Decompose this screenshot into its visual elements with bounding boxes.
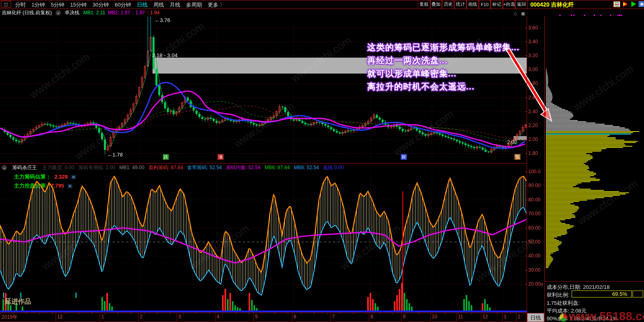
x-axis-separator (56, 313, 56, 322)
profit-ratio-label: 获利比例: (547, 291, 570, 299)
menu-item-4[interactable]: 30分钟 (90, 0, 112, 9)
profit-ratio-extra-box (633, 291, 643, 297)
chipinfo-separator (544, 281, 644, 282)
chip-zero-label: 0 (541, 282, 543, 287)
tool-menu-1[interactable]: 叠加 (430, 0, 442, 9)
tool-menu-2[interactable]: 历史 (442, 0, 454, 9)
x-axis-label: 6 (294, 314, 296, 320)
diamond-icon[interactable]: ◇ (514, 11, 517, 16)
price-axis-label: 2.80 (528, 80, 544, 86)
indicator-axis-label: 60.00 (528, 225, 544, 231)
period-select[interactable]: 日线 (527, 313, 544, 322)
last-price-annotation: 2.02 (507, 139, 517, 145)
price-axis-label: 2.40 (528, 109, 544, 114)
tool-menu-5[interactable]: F10 (479, 0, 491, 9)
window-icon[interactable]: ◫ (1, 1, 11, 8)
axis-tick (525, 112, 527, 112)
tool-menu-3[interactable]: 统计 (454, 0, 467, 9)
axis-tick (525, 139, 527, 140)
indicator-value: MB2: 1.97 (108, 10, 130, 16)
event-badge[interactable]: 预 (514, 154, 521, 160)
axis-tick (525, 125, 527, 126)
indicator-value: : 1.94 (147, 10, 159, 16)
cost-distribution-date: 成本分布,日期: 2021/02/18 (547, 284, 610, 291)
x-axis-separator (401, 313, 402, 322)
indicator-chart[interactable] (0, 163, 527, 313)
x-axis-separator (254, 313, 254, 322)
menu-item-5[interactable]: 60分钟 (112, 0, 134, 9)
chip-distribution-chart[interactable] (545, 16, 644, 281)
menu-item-0[interactable]: 分时 (12, 0, 29, 9)
level2-icon[interactable] (613, 1, 620, 7)
period-menu: 分时1分钟5分钟15分钟30分钟60分钟日线周线月线多周期更多 〉 (12, 0, 228, 9)
event-badge[interactable]: 涨 (218, 154, 224, 160)
x-axis-separator (369, 313, 369, 322)
indicator-value: MB1: 2.11 (83, 10, 105, 16)
profit-at-price-label: 1.75处获利盘: (547, 300, 580, 307)
x-axis-separator (516, 313, 516, 322)
tool-menu-6[interactable]: 标记 (491, 0, 503, 9)
menu-item-9[interactable]: 多周期 (183, 0, 205, 9)
x-axis-separator (430, 313, 431, 322)
x-axis-label: 8 (370, 314, 373, 320)
x-axis-label: 3 (178, 314, 181, 320)
overlay-indicator-name[interactable]: 单决线 (65, 10, 79, 16)
x-axis-label: 12 (57, 314, 63, 320)
axis-tick (525, 153, 527, 154)
menu-item-8[interactable]: 月线 (167, 0, 183, 9)
event-badge[interactable]: 跌 (163, 154, 169, 160)
x-axis-separator (481, 313, 481, 322)
x-axis-label: 1 (101, 314, 104, 320)
green-arrow-icon[interactable] (631, 1, 638, 7)
x-axis-strip (0, 313, 527, 322)
tool-menu-7[interactable]: +自选 (503, 0, 515, 9)
menu-item-3[interactable]: 15分钟 (67, 0, 89, 9)
menu-item-10[interactable]: 更多 〉 (205, 0, 228, 9)
x-axis-separator (330, 313, 331, 322)
indicator-axis-label: 40.00 (528, 253, 544, 259)
chart-title-row: 吉林化纤 (日线.前复权) ⌄ 单决线 MB1: 2.11MB2: 1.97: … (2, 9, 164, 16)
indicator-axis-label: 90.00 (528, 183, 544, 188)
indicator-axis-label: 50.00 (528, 239, 544, 245)
high-annotation: ←3.76 (155, 17, 170, 23)
price-axis-label: 3.40 (528, 39, 544, 45)
price-axis-label: 3.60 (528, 25, 544, 31)
indicator-value: : 1.97 (132, 10, 145, 16)
axis-tick (525, 28, 527, 28)
annotation-line: 离拉升的时机不会太遥远... (367, 81, 475, 92)
author-signature: 延进作品 (5, 297, 31, 306)
tool-menu-4[interactable]: 画线 (467, 0, 479, 9)
tool-menu-8[interactable]: 返回 (515, 0, 527, 9)
x-axis-separator (215, 313, 215, 322)
x-axis-label: 4 (217, 314, 220, 320)
band-annotation: 3.18 - 3.04 (152, 52, 177, 58)
chevron-down-circle-icon[interactable]: ⌄ (56, 10, 61, 16)
axis-tick (525, 56, 527, 56)
alert-flag-icon[interactable] (623, 1, 630, 7)
instrument-title: 吉林化纤 (日线.前复权) (2, 10, 52, 16)
menu-item-6[interactable]: 日线 (134, 0, 150, 9)
annotation-line: 就可以形成单峰密集... (367, 68, 457, 79)
indicator-axis-label: 70.00 (528, 211, 544, 217)
window-tool-icon[interactable]: ▣ (639, 1, 644, 7)
axis-tick (525, 98, 527, 98)
price-axis-label: 3.00 (528, 67, 544, 72)
x-axis-label: 2 (518, 314, 521, 320)
menu-item-7[interactable]: 周线 (150, 0, 167, 9)
x-axis-separator (138, 313, 139, 322)
menu-item-1[interactable]: 1分钟 (29, 0, 48, 9)
split-panel-icon[interactable]: ▣ (521, 11, 525, 16)
axis-tick (525, 69, 527, 70)
x-axis-label: 10 (432, 314, 437, 320)
price-axis-label: 2.60 (528, 95, 544, 101)
x-axis-label: 2 (140, 314, 143, 320)
menu-item-2[interactable]: 5分钟 (48, 0, 67, 9)
x-axis-label: 1 (504, 314, 507, 320)
indicator-axis-label: 80.00 (528, 197, 544, 203)
event-badge[interactable]: 财 (401, 154, 407, 160)
trading-app-window: ◫ 分时1分钟5分钟15分钟30分钟60分钟日线周线月线多周期更多 〉 复权叠加… (0, 0, 644, 322)
tool-menu-0[interactable]: 复权 (418, 0, 430, 9)
x-axis-separator (177, 313, 177, 322)
axis-tick (525, 83, 527, 84)
stock-code-name[interactable]: 000420 吉林化纤 (530, 1, 574, 9)
